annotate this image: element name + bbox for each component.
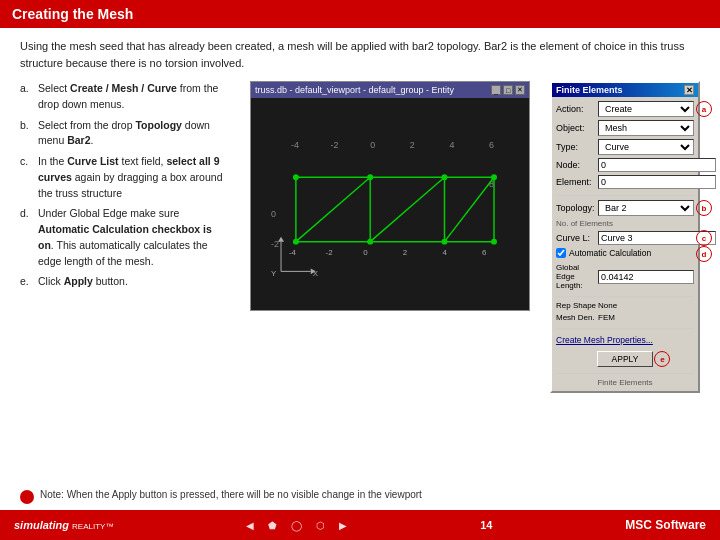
svg-text:6: 6 bbox=[489, 140, 494, 150]
step-e: e. Click Apply button. bbox=[20, 274, 230, 290]
step-b-letter: b. bbox=[20, 118, 38, 150]
footer-nav-5: ▶ bbox=[339, 520, 347, 531]
svg-text:6: 6 bbox=[482, 248, 487, 257]
badge-b: b bbox=[696, 200, 712, 216]
footer-nav-3: ◯ bbox=[291, 520, 302, 531]
mesh-density-label: Mesh Den. bbox=[556, 313, 598, 322]
footer-simulating: simulating bbox=[14, 519, 69, 531]
object-select[interactable]: Mesh bbox=[598, 120, 694, 136]
svg-text:2: 2 bbox=[403, 248, 407, 257]
truss-svg: -4 -2 0 2 4 6 8 0 -2 bbox=[251, 98, 529, 310]
node-input[interactable] bbox=[598, 158, 716, 172]
viewport-titlebar: truss.db - default_viewport - default_gr… bbox=[251, 82, 529, 98]
svg-text:0: 0 bbox=[363, 248, 368, 257]
footer-reality: REALITY™ bbox=[72, 522, 113, 531]
footer-nav-4: ⬡ bbox=[316, 520, 325, 531]
page-title: Creating the Mesh bbox=[12, 6, 133, 22]
num-elements-label: No. of Elements bbox=[556, 219, 694, 228]
right-panel: Finite Elements ✕ Action: Create a Obje bbox=[550, 81, 700, 481]
viewport-title-text: truss.db - default_viewport - default_gr… bbox=[255, 85, 454, 95]
step-b: b. Select from the drop Topology down me… bbox=[20, 118, 230, 150]
step-d-text: Under Global Edge make sure Automatic Ca… bbox=[38, 206, 230, 269]
svg-text:-4: -4 bbox=[291, 140, 299, 150]
create-href-link[interactable]: Create Mesh Properties... bbox=[556, 335, 653, 345]
action-row: Action: Create a bbox=[556, 101, 694, 117]
note-text: Note: When the Apply button is pressed, … bbox=[40, 489, 422, 500]
step-c: c. In the Curve List text field, select … bbox=[20, 154, 230, 201]
topology-label: Topology: bbox=[556, 203, 598, 213]
auto-calc-row: Automatic Calculation d bbox=[556, 248, 694, 260]
step-e-text: Click Apply button. bbox=[38, 274, 230, 290]
finite-elements-footer: Finite Elements bbox=[556, 378, 694, 387]
svg-text:0: 0 bbox=[370, 140, 375, 150]
panel-body: Action: Create a Object: Mesh bbox=[552, 97, 698, 391]
page-header: Creating the Mesh bbox=[0, 0, 720, 28]
object-label: Object: bbox=[556, 123, 598, 133]
mesh-density-row: Mesh Den. FEM bbox=[556, 313, 694, 322]
action-label: Action: bbox=[556, 104, 598, 114]
global-edge-input[interactable] bbox=[598, 270, 694, 284]
svg-text:0: 0 bbox=[271, 209, 276, 219]
footer-nav-2: ⬟ bbox=[268, 520, 277, 531]
footer-logo-right: MSC Software bbox=[625, 518, 706, 532]
step-a-letter: a. bbox=[20, 81, 38, 113]
auto-calc-checkbox[interactable] bbox=[556, 248, 566, 258]
node-row: Node: bbox=[556, 158, 694, 172]
rep-shape-row: Rep Shape None bbox=[556, 301, 694, 310]
footer-page-number: 14 bbox=[480, 519, 492, 531]
object-row: Object: Mesh bbox=[556, 120, 694, 136]
step-e-letter: e. bbox=[20, 274, 38, 290]
step-b-text: Select from the drop Topology down menu … bbox=[38, 118, 230, 150]
svg-rect-0 bbox=[251, 98, 528, 310]
svg-text:-4: -4 bbox=[289, 248, 297, 257]
element-input[interactable] bbox=[598, 175, 716, 189]
global-edge-row: Global Edge Length: bbox=[556, 263, 694, 290]
rep-shape-label: Rep Shape bbox=[556, 301, 598, 310]
rep-shape-value: None bbox=[598, 301, 617, 310]
steps-column: a. Select Create / Mesh / Curve from the… bbox=[20, 81, 230, 481]
badge-d: d bbox=[696, 246, 712, 262]
badge-a: a bbox=[696, 101, 712, 117]
svg-point-24 bbox=[367, 239, 373, 245]
panel-close-btn[interactable]: ✕ bbox=[684, 85, 694, 95]
footer-nav: ◀ ⬟ ◯ ⬡ ▶ bbox=[246, 520, 347, 531]
num-elements-row: No. of Elements bbox=[556, 219, 694, 228]
viewport-maximize-btn[interactable]: □ bbox=[503, 85, 513, 95]
element-row: Element: bbox=[556, 175, 694, 189]
global-edge-label: Global Edge Length: bbox=[556, 263, 598, 290]
create-link-row[interactable]: Create Mesh Properties... bbox=[556, 333, 694, 347]
svg-text:-2: -2 bbox=[331, 140, 339, 150]
center-column: truss.db - default_viewport - default_gr… bbox=[240, 81, 540, 481]
step-c-letter: c. bbox=[20, 154, 38, 201]
type-select[interactable]: Curve bbox=[598, 139, 694, 155]
viewport-minimize-btn[interactable]: _ bbox=[491, 85, 501, 95]
main-area: a. Select Create / Mesh / Curve from the… bbox=[20, 81, 700, 481]
viewport-controls: _ □ ✕ bbox=[491, 85, 525, 95]
footer-nav-1: ◀ bbox=[246, 520, 254, 531]
svg-point-25 bbox=[442, 239, 448, 245]
svg-point-21 bbox=[442, 174, 448, 180]
svg-point-22 bbox=[491, 174, 497, 180]
svg-point-20 bbox=[367, 174, 373, 180]
step-d: d. Under Global Edge make sure Automatic… bbox=[20, 206, 230, 269]
action-select[interactable]: Create bbox=[598, 101, 694, 117]
step-d-letter: d. bbox=[20, 206, 38, 269]
apply-button-row: APPLY e bbox=[556, 351, 694, 367]
svg-text:Y: Y bbox=[271, 269, 277, 278]
svg-text:-2: -2 bbox=[271, 239, 279, 249]
panel-titlebar: Finite Elements ✕ bbox=[552, 83, 698, 97]
type-label: Type: bbox=[556, 142, 598, 152]
svg-text:4: 4 bbox=[443, 248, 448, 257]
mesh-density-value: FEM bbox=[598, 313, 615, 322]
apply-button[interactable]: APPLY e bbox=[597, 351, 654, 367]
step-c-text: In the Curve List text field, select all… bbox=[38, 154, 230, 201]
svg-text:-2: -2 bbox=[326, 248, 333, 257]
viewport-close-btn[interactable]: ✕ bbox=[515, 85, 525, 95]
auto-calc-checkbox-row: Automatic Calculation bbox=[556, 248, 651, 258]
topology-select[interactable]: Bar 2 bbox=[598, 200, 694, 216]
note-icon bbox=[20, 490, 34, 504]
svg-point-19 bbox=[293, 174, 299, 180]
step-a-text: Select Create / Mesh / Curve from the dr… bbox=[38, 81, 230, 113]
footer: simulating REALITY™ ◀ ⬟ ◯ ⬡ ▶ 14 MSC Sof… bbox=[0, 510, 720, 540]
svg-point-23 bbox=[293, 239, 299, 245]
